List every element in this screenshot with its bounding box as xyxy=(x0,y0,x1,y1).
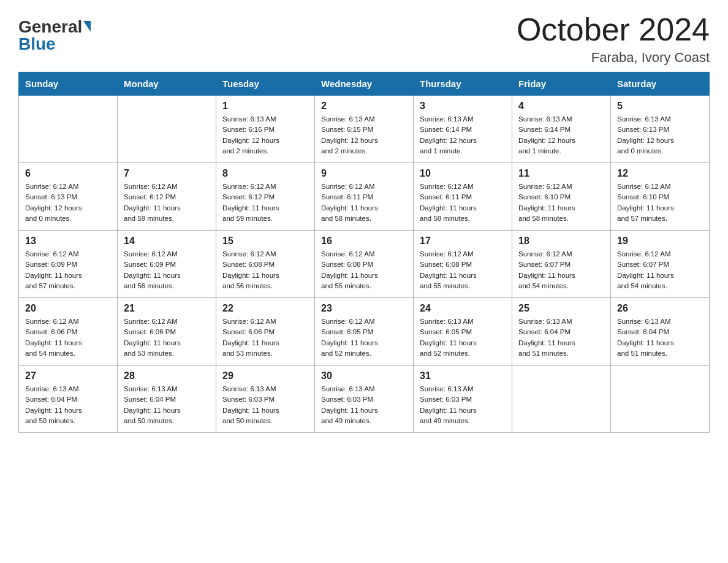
calendar-week-row: 13Sunrise: 6:12 AM Sunset: 6:09 PM Dayli… xyxy=(19,231,710,298)
day-number: 29 xyxy=(222,370,308,381)
day-info: Sunrise: 6:12 AM Sunset: 6:11 PM Dayligh… xyxy=(420,182,506,224)
calendar-week-row: 6Sunrise: 6:12 AM Sunset: 6:13 PM Daylig… xyxy=(19,163,710,231)
location-title: Faraba, Ivory Coast xyxy=(517,50,710,66)
calendar-cell: 6Sunrise: 6:12 AM Sunset: 6:13 PM Daylig… xyxy=(19,163,118,231)
day-number: 23 xyxy=(321,303,407,314)
day-number: 12 xyxy=(617,168,703,179)
logo-triangle-icon xyxy=(83,21,91,32)
logo-blue: Blue xyxy=(18,36,91,53)
day-number: 2 xyxy=(321,101,407,112)
weekday-header-tuesday: Tuesday xyxy=(216,72,315,96)
day-number: 24 xyxy=(420,303,506,314)
weekday-header-friday: Friday xyxy=(512,72,611,96)
calendar-cell: 21Sunrise: 6:12 AM Sunset: 6:06 PM Dayli… xyxy=(118,298,216,366)
calendar-cell: 12Sunrise: 6:12 AM Sunset: 6:10 PM Dayli… xyxy=(611,163,710,231)
weekday-header-sunday: Sunday xyxy=(19,72,118,96)
calendar-cell: 8Sunrise: 6:12 AM Sunset: 6:12 PM Daylig… xyxy=(216,163,315,231)
calendar-cell: 31Sunrise: 6:13 AM Sunset: 6:03 PM Dayli… xyxy=(414,366,512,433)
calendar-cell: 20Sunrise: 6:12 AM Sunset: 6:06 PM Dayli… xyxy=(19,298,118,366)
day-info: Sunrise: 6:12 AM Sunset: 6:13 PM Dayligh… xyxy=(25,182,111,224)
day-info: Sunrise: 6:12 AM Sunset: 6:05 PM Dayligh… xyxy=(321,316,407,359)
day-number: 31 xyxy=(420,370,506,381)
calendar-cell: 2Sunrise: 6:13 AM Sunset: 6:15 PM Daylig… xyxy=(315,96,414,163)
logo: General Blue xyxy=(18,18,91,53)
day-info: Sunrise: 6:12 AM Sunset: 6:08 PM Dayligh… xyxy=(420,249,506,291)
calendar-header-row: SundayMondayTuesdayWednesdayThursdayFrid… xyxy=(19,72,710,96)
calendar-cell: 13Sunrise: 6:12 AM Sunset: 6:09 PM Dayli… xyxy=(19,231,118,298)
day-number: 26 xyxy=(617,303,703,314)
day-info: Sunrise: 6:12 AM Sunset: 6:06 PM Dayligh… xyxy=(222,316,308,359)
day-number: 10 xyxy=(420,168,506,179)
day-number: 28 xyxy=(124,370,210,381)
calendar-cell xyxy=(19,96,118,163)
day-number: 15 xyxy=(222,236,308,247)
calendar-table: SundayMondayTuesdayWednesdayThursdayFrid… xyxy=(18,72,710,433)
calendar-week-row: 1Sunrise: 6:13 AM Sunset: 6:16 PM Daylig… xyxy=(19,96,710,163)
calendar-week-row: 27Sunrise: 6:13 AM Sunset: 6:04 PM Dayli… xyxy=(19,366,710,433)
day-number: 6 xyxy=(25,168,111,179)
weekday-header-saturday: Saturday xyxy=(611,72,710,96)
day-info: Sunrise: 6:13 AM Sunset: 6:16 PM Dayligh… xyxy=(222,114,308,156)
day-info: Sunrise: 6:12 AM Sunset: 6:12 PM Dayligh… xyxy=(222,182,308,224)
calendar-cell: 9Sunrise: 6:12 AM Sunset: 6:11 PM Daylig… xyxy=(315,163,414,231)
day-number: 21 xyxy=(124,303,210,314)
calendar-cell: 5Sunrise: 6:13 AM Sunset: 6:13 PM Daylig… xyxy=(611,96,710,163)
month-title: October 2024 xyxy=(517,12,710,47)
calendar-cell: 14Sunrise: 6:12 AM Sunset: 6:09 PM Dayli… xyxy=(118,231,216,298)
day-info: Sunrise: 6:12 AM Sunset: 6:10 PM Dayligh… xyxy=(617,182,703,224)
calendar-cell: 25Sunrise: 6:13 AM Sunset: 6:04 PM Dayli… xyxy=(512,298,611,366)
day-info: Sunrise: 6:13 AM Sunset: 6:13 PM Dayligh… xyxy=(617,114,703,156)
calendar-cell: 3Sunrise: 6:13 AM Sunset: 6:14 PM Daylig… xyxy=(414,96,512,163)
calendar-cell: 22Sunrise: 6:12 AM Sunset: 6:06 PM Dayli… xyxy=(216,298,315,366)
day-number: 4 xyxy=(518,101,604,112)
calendar-cell: 24Sunrise: 6:13 AM Sunset: 6:05 PM Dayli… xyxy=(414,298,512,366)
day-number: 11 xyxy=(518,168,604,179)
day-number: 1 xyxy=(222,101,308,112)
calendar-cell: 19Sunrise: 6:12 AM Sunset: 6:07 PM Dayli… xyxy=(611,231,710,298)
calendar-cell: 29Sunrise: 6:13 AM Sunset: 6:03 PM Dayli… xyxy=(216,366,315,433)
day-info: Sunrise: 6:13 AM Sunset: 6:15 PM Dayligh… xyxy=(321,114,407,156)
day-info: Sunrise: 6:13 AM Sunset: 6:05 PM Dayligh… xyxy=(420,316,506,359)
day-info: Sunrise: 6:12 AM Sunset: 6:07 PM Dayligh… xyxy=(518,249,604,291)
calendar-cell: 28Sunrise: 6:13 AM Sunset: 6:04 PM Dayli… xyxy=(118,366,216,433)
day-number: 22 xyxy=(222,303,308,314)
day-number: 20 xyxy=(25,303,111,314)
page-header: General Blue October 2024 Faraba, Ivory … xyxy=(18,12,710,66)
calendar-cell: 30Sunrise: 6:13 AM Sunset: 6:03 PM Dayli… xyxy=(315,366,414,433)
day-number: 30 xyxy=(321,370,407,381)
calendar-cell xyxy=(512,366,611,433)
day-info: Sunrise: 6:13 AM Sunset: 6:04 PM Dayligh… xyxy=(617,316,703,359)
calendar-cell: 4Sunrise: 6:13 AM Sunset: 6:14 PM Daylig… xyxy=(512,96,611,163)
day-info: Sunrise: 6:13 AM Sunset: 6:04 PM Dayligh… xyxy=(518,316,604,359)
day-number: 25 xyxy=(518,303,604,314)
day-number: 16 xyxy=(321,236,407,247)
calendar-cell: 16Sunrise: 6:12 AM Sunset: 6:08 PM Dayli… xyxy=(315,231,414,298)
weekday-header-monday: Monday xyxy=(118,72,216,96)
day-number: 3 xyxy=(420,101,506,112)
day-info: Sunrise: 6:13 AM Sunset: 6:04 PM Dayligh… xyxy=(124,384,210,426)
day-info: Sunrise: 6:12 AM Sunset: 6:12 PM Dayligh… xyxy=(124,182,210,224)
day-info: Sunrise: 6:12 AM Sunset: 6:11 PM Dayligh… xyxy=(321,182,407,224)
calendar-cell: 7Sunrise: 6:12 AM Sunset: 6:12 PM Daylig… xyxy=(118,163,216,231)
day-info: Sunrise: 6:12 AM Sunset: 6:09 PM Dayligh… xyxy=(25,249,111,291)
day-number: 14 xyxy=(124,236,210,247)
day-info: Sunrise: 6:13 AM Sunset: 6:04 PM Dayligh… xyxy=(25,384,111,426)
calendar-cell xyxy=(118,96,216,163)
day-info: Sunrise: 6:13 AM Sunset: 6:03 PM Dayligh… xyxy=(321,384,407,426)
day-info: Sunrise: 6:12 AM Sunset: 6:08 PM Dayligh… xyxy=(321,249,407,291)
day-number: 17 xyxy=(420,236,506,247)
day-info: Sunrise: 6:12 AM Sunset: 6:06 PM Dayligh… xyxy=(124,316,210,359)
weekday-header-wednesday: Wednesday xyxy=(315,72,414,96)
day-number: 13 xyxy=(25,236,111,247)
day-info: Sunrise: 6:13 AM Sunset: 6:03 PM Dayligh… xyxy=(420,384,506,426)
day-number: 27 xyxy=(25,370,111,381)
day-number: 18 xyxy=(518,236,604,247)
day-info: Sunrise: 6:12 AM Sunset: 6:10 PM Dayligh… xyxy=(518,182,604,224)
calendar-cell: 11Sunrise: 6:12 AM Sunset: 6:10 PM Dayli… xyxy=(512,163,611,231)
day-number: 9 xyxy=(321,168,407,179)
day-info: Sunrise: 6:13 AM Sunset: 6:03 PM Dayligh… xyxy=(222,384,308,426)
day-info: Sunrise: 6:12 AM Sunset: 6:06 PM Dayligh… xyxy=(25,316,111,359)
day-info: Sunrise: 6:13 AM Sunset: 6:14 PM Dayligh… xyxy=(518,114,604,156)
logo-general: General xyxy=(18,18,82,36)
calendar-cell xyxy=(611,366,710,433)
